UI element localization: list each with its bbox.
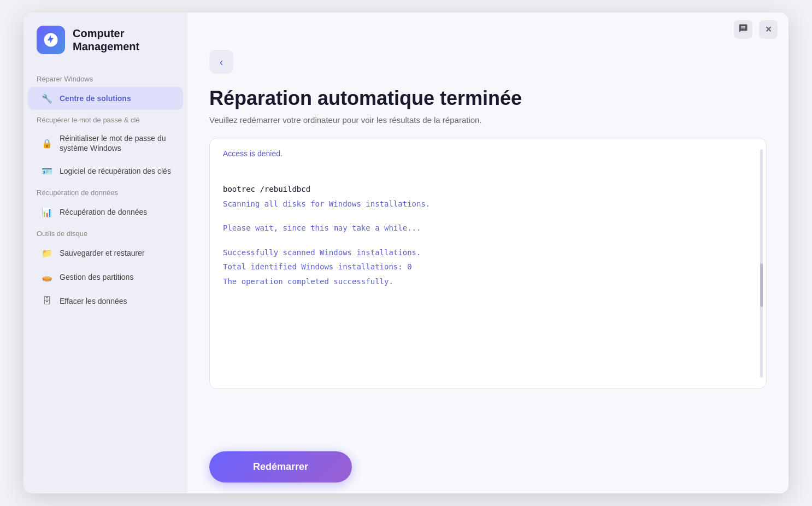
chevron-left-icon: ‹ (220, 56, 223, 68)
app-title: Computer Management (73, 27, 139, 53)
app-icon (37, 26, 65, 54)
page-title: Réparation automatique terminée (209, 87, 767, 110)
pie-icon: 🥧 (41, 271, 53, 283)
close-button[interactable]: ✕ (759, 20, 778, 39)
chat-button[interactable] (734, 20, 752, 39)
chart-icon: 📊 (41, 206, 53, 218)
server-icon: 🗄 (41, 295, 53, 307)
footer-area: Redémarrer (187, 440, 789, 493)
log-line-6: Total identified Windows installations: … (223, 260, 753, 274)
content-area: ‹ Réparation automatique terminée Veuill… (187, 39, 789, 440)
sidebar-item-recuperation-label: Récupération de données (60, 207, 147, 217)
main-content: ✕ ‹ Réparation automatique terminée Veui… (187, 13, 789, 493)
sidebar: Computer Management Réparer Windows 🔧 Ce… (23, 13, 187, 493)
wrench-icon: 🔧 (41, 92, 53, 104)
sidebar-item-reinitialiser-label: Réinitialiser le mot de passe du système… (60, 133, 172, 153)
section-motdepasse-label: Récupérer le mot de passe & clé (23, 110, 187, 127)
sidebar-item-partitions[interactable]: 🥧 Gestion des partitions (28, 266, 183, 289)
lock-icon: 🔒 (41, 137, 53, 149)
sidebar-header: Computer Management (23, 26, 187, 69)
chat-icon (738, 23, 748, 36)
log-line-3: Please wait, since this may take a while… (223, 221, 753, 236)
log-cutoff-line: Access is denied. (223, 149, 753, 158)
section-reparer-label: Réparer Windows (23, 69, 187, 86)
sidebar-item-sauvegarder[interactable]: 📁 Sauvegarder et restaurer (28, 242, 183, 264)
folder-icon: 📁 (41, 247, 53, 259)
sidebar-item-reinitialiser-mdp[interactable]: 🔒 Réinitialiser le mot de passe du systè… (28, 128, 183, 158)
close-icon: ✕ (765, 25, 772, 34)
sidebar-item-centre-solutions[interactable]: 🔧 Centre de solutions (28, 87, 183, 110)
section-donnees-label: Récupération de données (23, 183, 187, 200)
log-scrollbar[interactable] (760, 149, 763, 378)
log-line-5: Successfully scanned Windows installatio… (223, 245, 753, 260)
sidebar-item-recuperation[interactable]: 📊 Récupération de données (28, 201, 183, 223)
log-panel: Access is denied. bootrec /rebuildbcd Sc… (209, 138, 767, 389)
log-line-1: Scanning all disks for Windows installat… (223, 197, 753, 211)
restart-button[interactable]: Redémarrer (209, 451, 352, 483)
key-icon: 🪪 (41, 165, 53, 177)
section-disque-label: Outils de disque (23, 224, 187, 241)
topbar: ✕ (187, 13, 789, 39)
page-subtitle: Veuillez redémarrer votre ordinateur pou… (209, 115, 767, 125)
sidebar-item-effacer[interactable]: 🗄 Effacer les données (28, 290, 183, 313)
log-line-7: The operation completed successfully. (223, 274, 753, 289)
sidebar-item-effacer-label: Effacer les données (60, 296, 127, 306)
sidebar-item-logiciel-cles[interactable]: 🪪 Logiciel de récupération des clés (28, 160, 183, 183)
sidebar-item-sauvegarder-label: Sauvegarder et restaurer (60, 248, 145, 258)
back-button[interactable]: ‹ (209, 50, 233, 74)
main-window: Computer Management Réparer Windows 🔧 Ce… (23, 13, 789, 493)
log-line-0: bootrec /rebuildbcd (223, 182, 753, 197)
sidebar-item-label: Centre de solutions (60, 93, 131, 103)
sidebar-item-partitions-label: Gestion des partitions (60, 272, 133, 282)
log-scrollbar-thumb (760, 263, 763, 307)
sidebar-item-logiciel-label: Logiciel de récupération des clés (60, 166, 171, 176)
